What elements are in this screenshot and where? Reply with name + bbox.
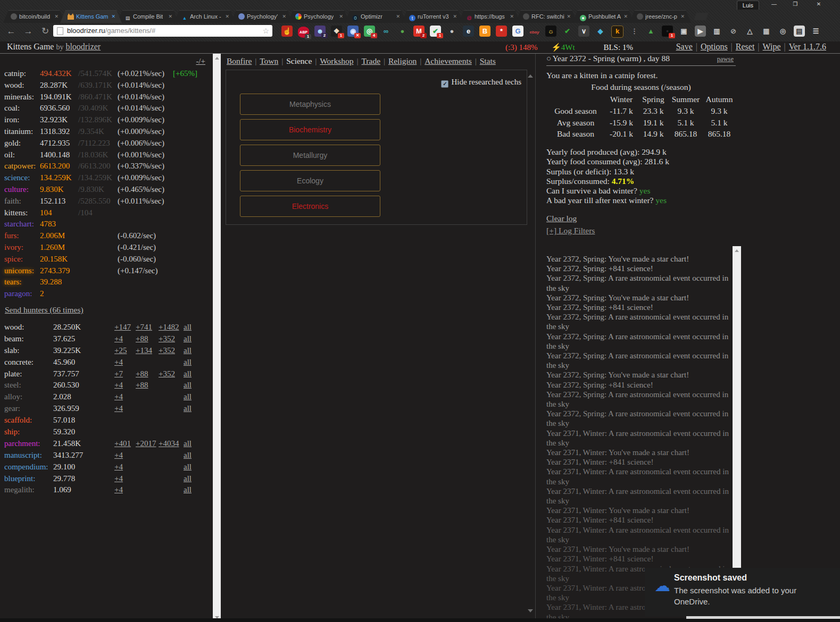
new-tab-button[interactable] <box>694 13 709 20</box>
bitcoin-extension-icon[interactable]: B <box>479 26 490 37</box>
lock-block-extension-icon[interactable]: ◉✕ <box>347 26 359 37</box>
close-button[interactable]: ✕ <box>809 0 828 8</box>
menu-extension-icon[interactable]: ☰ <box>810 26 821 37</box>
pause-link[interactable]: pawse <box>717 55 734 63</box>
hide-researched-checkbox[interactable]: ✓ <box>441 80 448 88</box>
tech-button-biochemistry[interactable]: Biochemistry <box>240 119 380 140</box>
search-globe-extension-icon[interactable]: ◎ <box>777 26 788 37</box>
header-link-reset[interactable]: Reset <box>736 42 755 51</box>
ebay-extension-icon[interactable]: ebay <box>529 27 540 38</box>
craft-all-link[interactable]: all <box>184 333 199 345</box>
craft-all-link[interactable]: all <box>184 322 199 333</box>
cube-extension-icon[interactable]: ▣ <box>678 26 689 37</box>
browser-tab-rutorrent-v3[interactable]: truTorrent v3✕ <box>402 10 463 23</box>
log-scroll-up-icon[interactable] <box>735 249 739 252</box>
game-tab-stats[interactable]: Stats <box>480 56 496 65</box>
gray-globe-extension-icon[interactable]: ● <box>446 26 458 37</box>
todo-check-extension-icon[interactable]: ✔1 <box>430 26 441 37</box>
craft-link[interactable]: +25 <box>114 345 136 357</box>
craft-all-link[interactable]: all <box>184 391 199 403</box>
block-circle-extension-icon[interactable]: ⊘ <box>728 26 739 37</box>
craft-link[interactable]: +4 <box>114 391 136 403</box>
tab-close-icon[interactable]: ✕ <box>680 11 685 23</box>
pushbullet-extension-icon[interactable]: ◎4 <box>364 26 375 37</box>
resource-collapse-toggle[interactable]: -/+ <box>196 57 205 66</box>
craft-all-link[interactable]: all <box>184 461 199 473</box>
craft-link[interactable]: +1482 <box>159 322 184 333</box>
game-tab-workshop[interactable]: Workshop <box>320 56 353 65</box>
craft-all-link[interactable]: all <box>184 484 199 496</box>
game-tab-religion[interactable]: Religion <box>388 56 417 65</box>
blue-bot-extension-icon[interactable]: ◆ <box>595 26 606 37</box>
header-link-wipe[interactable]: Wipe <box>763 42 781 51</box>
craft-all-link[interactable]: all <box>184 438 199 450</box>
browser-tab-rfc-switchi[interactable]: RFC: switchi✕ <box>515 10 577 23</box>
craft-link[interactable]: +352 <box>159 333 184 345</box>
craft-link[interactable]: +4 <box>114 461 136 473</box>
tab-close-icon[interactable]: ✕ <box>282 11 286 23</box>
tab-close-icon[interactable]: ✕ <box>623 11 628 23</box>
bookmark-star-icon[interactable]: ☆ <box>262 25 269 37</box>
browser-tab-kittens-gam[interactable]: Kittens Gam✕ <box>60 10 122 23</box>
e-coin-extension-icon[interactable]: e <box>463 26 474 37</box>
craft-all-link[interactable]: all <box>184 368 199 380</box>
address-bar[interactable]: bloodrizer.ru/games/kittens/# ☆ <box>53 25 272 37</box>
craft-all-link[interactable]: all <box>184 380 199 391</box>
craft-link[interactable]: +741 <box>136 322 159 333</box>
video-popup-extension-icon[interactable]: ▶ <box>695 26 706 37</box>
tab-close-icon[interactable]: ✕ <box>168 11 172 23</box>
tab-close-icon[interactable]: ✕ <box>111 11 115 23</box>
browser-tab-arch-linux-[interactable]: ▲Arch Linux -✕ <box>174 10 236 23</box>
craft-link[interactable]: +401 <box>114 438 136 450</box>
tab-close-icon[interactable]: ✕ <box>396 11 400 23</box>
maximize-button[interactable]: ❒ <box>786 0 805 8</box>
forward-button[interactable]: → <box>21 24 35 38</box>
craft-link[interactable]: +2017 <box>136 438 159 450</box>
craft-link[interactable]: +352 <box>159 345 184 357</box>
craft-link[interactable]: +4 <box>114 403 136 415</box>
header-link-options[interactable]: Options <box>701 42 728 51</box>
browser-tab-psychology[interactable]: Psychology✕ <box>288 10 350 23</box>
triangle-outline-extension-icon[interactable]: △ <box>744 26 755 37</box>
tech-button-metaphysics[interactable]: Metaphysics <box>240 94 380 115</box>
reload-button[interactable]: ↻ <box>38 24 52 38</box>
craft-link[interactable]: +4 <box>114 333 136 345</box>
stop-hand-extension-icon[interactable]: ☝ <box>281 26 293 37</box>
tab-close-icon[interactable]: ✕ <box>54 11 59 23</box>
camera-card-extension-icon[interactable]: ▦ <box>761 26 772 37</box>
url-text[interactable]: bloodrizer.ru/games/kittens/# <box>67 25 155 37</box>
privacy-badger-extension-icon[interactable]: ❖1 <box>331 26 342 37</box>
browser-tab-compile-bit[interactable]: ▤Compile Bit✕ <box>117 10 179 23</box>
profile-button[interactable]: Luis <box>737 1 759 10</box>
link-chain-extension-icon[interactable]: ∞ <box>380 26 392 37</box>
ghostery-extension-icon[interactable]: ☻2 <box>314 26 326 37</box>
log-scrollbar[interactable] <box>733 246 741 618</box>
gmail-extension-icon[interactable]: M2 <box>413 26 425 37</box>
craft-link[interactable]: +88 <box>136 380 159 391</box>
middle-scroll-down-icon[interactable] <box>528 609 533 612</box>
pocket-extension-icon[interactable]: ∨ <box>578 26 589 37</box>
middle-scroll-up-icon[interactable] <box>528 74 533 78</box>
game-tab-achievements[interactable]: Achievements <box>425 56 472 65</box>
traffic-light-extension-icon[interactable]: ⋮ <box>629 26 640 37</box>
tab-close-icon[interactable]: ✕ <box>567 11 571 23</box>
header-link-ver-1-1-7-6[interactable]: Ver 1.1.7.6 <box>789 42 826 51</box>
craft-all-link[interactable]: all <box>184 403 199 415</box>
log-filters-link[interactable]: [+] Log Filters <box>546 226 736 236</box>
craft-all-link[interactable]: all <box>184 357 199 368</box>
game-tab-town[interactable]: Town <box>260 56 278 65</box>
browser-tab-psychology-[interactable]: Psychology'✕ <box>231 10 293 23</box>
green-pin-extension-icon[interactable]: ● <box>397 26 408 37</box>
tab-close-icon[interactable]: ✕ <box>225 11 229 23</box>
green-check-extension-icon[interactable]: ✔ <box>562 26 573 37</box>
craft-link[interactable]: +134 <box>136 345 159 357</box>
craft-link[interactable]: +4 <box>114 484 136 496</box>
lightbulb-extension-icon[interactable]: ☼ <box>545 26 556 37</box>
craft-link[interactable]: +352 <box>159 368 184 380</box>
clear-log-link[interactable]: Clear log <box>546 214 577 223</box>
tab-close-icon[interactable]: ✕ <box>510 11 514 23</box>
focus-doc-extension-icon[interactable]: ▤ <box>794 26 805 37</box>
browser-tab-pushbullet-a[interactable]: ●Pushbullet A✕ <box>572 10 634 23</box>
browser-tab-bitcoin-build[interactable]: bitcoin/build✕ <box>3 10 65 23</box>
tab-close-icon[interactable]: ✕ <box>339 11 343 23</box>
